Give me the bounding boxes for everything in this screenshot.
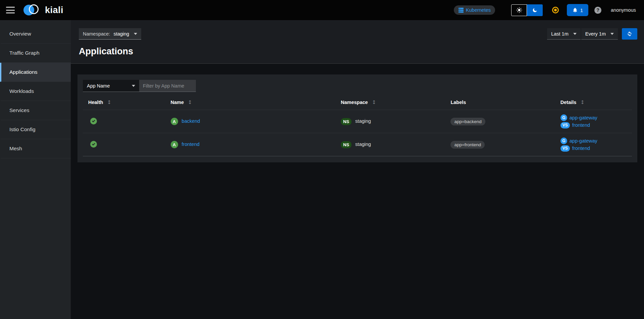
username: anonymous xyxy=(611,7,636,13)
chevron-down-icon xyxy=(134,33,137,35)
gateway-link[interactable]: app-gateway xyxy=(570,115,597,121)
column-label: Health xyxy=(88,100,103,105)
sidebar-item-overview[interactable]: Overview xyxy=(0,24,71,44)
column-label: Name xyxy=(171,100,184,105)
name-cell: A backend xyxy=(165,110,335,133)
istio-status-icon[interactable] xyxy=(552,7,559,13)
cluster-badge[interactable]: Kubernetes xyxy=(454,5,495,15)
moon-icon xyxy=(532,7,538,13)
dark-theme-button[interactable] xyxy=(527,4,543,16)
column-label: Labels xyxy=(450,100,466,105)
light-theme-button[interactable] xyxy=(511,4,527,16)
main-content: Namespace: staging Last 1m Every 1m xyxy=(71,20,644,319)
chevron-down-icon xyxy=(132,85,135,87)
sort-icon[interactable]: ↕ xyxy=(107,99,111,105)
label-pill: app=backend xyxy=(450,118,485,125)
table-header-row: Health ↕ Name ↕ xyxy=(83,95,632,110)
notifications-button[interactable]: 1 xyxy=(567,4,588,16)
sidebar-item-workloads[interactable]: Workloads xyxy=(0,82,71,101)
sidebar-item-traffic-graph[interactable]: Traffic Graph xyxy=(0,44,71,63)
namespace-cell: NS staging xyxy=(335,110,445,133)
namespace-badge: NS xyxy=(341,118,352,125)
refresh-button[interactable] xyxy=(622,28,637,40)
sort-icon[interactable]: ↕ xyxy=(372,99,376,105)
refresh-interval-dropdown[interactable]: Every 1m xyxy=(581,28,618,40)
sidebar-item-applications[interactable]: Applications xyxy=(0,63,71,82)
hamburger-menu-icon[interactable] xyxy=(6,7,15,13)
kiali-logo-icon xyxy=(23,4,41,16)
table-row: A frontend NS staging app=frontend xyxy=(83,133,632,156)
refresh-interval-value: Every 1m xyxy=(585,31,606,37)
sidebar-item-label: Workloads xyxy=(9,88,34,94)
bell-icon xyxy=(572,7,578,13)
namespace-value: staging xyxy=(113,31,129,37)
theme-toggle xyxy=(511,4,543,16)
applications-card: App Name Health xyxy=(77,74,637,162)
labels-cell: app=frontend xyxy=(445,133,555,156)
virtualservice-link[interactable]: frontend xyxy=(572,122,590,128)
sidebar: Overview Traffic Graph Applications Work… xyxy=(0,20,71,319)
gateway-link[interactable]: app-gateway xyxy=(570,138,597,144)
labels-cell: app=backend xyxy=(445,110,555,133)
virtualservice-badge: VS xyxy=(560,145,570,152)
gateway-badge: G xyxy=(560,114,567,121)
filter-input[interactable] xyxy=(139,80,196,92)
sidebar-item-label: Istio Config xyxy=(9,126,36,132)
virtualservice-badge: VS xyxy=(560,122,570,128)
application-badge: A xyxy=(171,141,178,148)
health-cell xyxy=(83,110,165,133)
cluster-badge-label: Kubernetes xyxy=(466,7,491,13)
sidebar-item-services[interactable]: Services xyxy=(0,101,71,120)
filter-type-value: App Name xyxy=(87,83,110,89)
application-badge: A xyxy=(171,118,178,125)
sidebar-item-label: Services xyxy=(9,107,29,113)
sidebar-item-label: Mesh xyxy=(9,146,22,152)
sun-icon xyxy=(516,7,522,13)
table-row: A backend NS staging app=backend xyxy=(83,110,632,133)
chevron-down-icon xyxy=(610,33,614,35)
filter-type-dropdown[interactable]: App Name xyxy=(83,80,139,92)
page-title: Applications xyxy=(79,46,637,57)
details-cell: G app-gateway VS frontend xyxy=(555,110,632,133)
health-cell xyxy=(83,133,165,156)
column-label: Details xyxy=(560,100,577,105)
details-cell: G app-gateway VS frontend xyxy=(555,133,632,156)
sidebar-item-istio-config[interactable]: Istio Config xyxy=(0,120,71,139)
namespace-dropdown[interactable]: Namespace: staging xyxy=(79,28,141,40)
namespace-cell: NS staging xyxy=(335,133,445,156)
applications-table: Health ↕ Name ↕ xyxy=(83,95,632,156)
sidebar-item-label: Overview xyxy=(9,31,31,37)
application-link[interactable]: backend xyxy=(182,118,200,124)
kiali-brand[interactable]: kiali xyxy=(23,4,63,16)
application-link[interactable]: frontend xyxy=(182,142,200,147)
gateway-badge: G xyxy=(560,138,567,144)
brand-name: kiali xyxy=(45,5,63,15)
health-ok-icon[interactable] xyxy=(90,141,97,148)
name-cell: A frontend xyxy=(165,133,335,156)
column-header-name[interactable]: Name ↕ xyxy=(165,95,335,110)
column-header-details[interactable]: Details ↕ xyxy=(555,95,632,110)
label-pill: app=frontend xyxy=(450,141,485,149)
duration-dropdown[interactable]: Last 1m xyxy=(547,28,581,40)
help-icon[interactable]: ? xyxy=(594,7,601,14)
column-header-labels: Labels xyxy=(445,95,555,110)
sidebar-item-label: Traffic Graph xyxy=(9,50,40,56)
page-header: Namespace: staging Last 1m Every 1m xyxy=(71,20,644,64)
notification-count: 1 xyxy=(580,7,583,13)
namespace-badge: NS xyxy=(341,141,352,148)
health-ok-icon[interactable] xyxy=(90,118,97,124)
namespace-name: staging xyxy=(355,142,371,147)
sidebar-item-mesh[interactable]: Mesh xyxy=(0,139,71,158)
refresh-icon xyxy=(627,31,633,37)
duration-value: Last 1m xyxy=(551,31,569,37)
help-glyph: ? xyxy=(596,7,599,13)
sort-icon[interactable]: ↕ xyxy=(580,99,585,105)
column-header-namespace[interactable]: Namespace ↕ xyxy=(335,95,445,110)
sort-icon[interactable]: ↕ xyxy=(188,99,192,105)
virtualservice-link[interactable]: frontend xyxy=(572,145,590,152)
chevron-down-icon xyxy=(573,33,577,35)
namespace-name: staging xyxy=(355,118,371,124)
namespace-label: Namespace: xyxy=(83,31,110,37)
column-label: Namespace xyxy=(341,100,368,105)
column-header-health[interactable]: Health ↕ xyxy=(83,95,165,110)
